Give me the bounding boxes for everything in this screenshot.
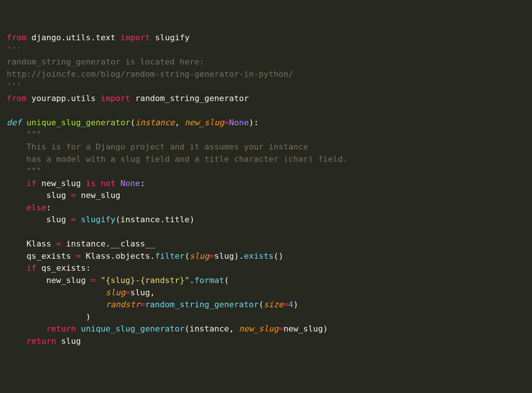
code-line: slug = slugify(instance.title) <box>7 215 194 224</box>
code-line: Klass = instance.__class__ <box>7 239 155 248</box>
code-line: ) <box>7 312 91 321</box>
docstring-quote: ''' <box>7 45 22 54</box>
code-line: def unique_slug_generator(instance, new_… <box>7 118 259 127</box>
keyword-import: import <box>121 33 150 42</box>
code-line: """ <box>7 166 41 176</box>
code-line: slug=slug, <box>7 288 160 297</box>
keyword-from: from <box>7 33 26 42</box>
code-line: if qs_exists: <box>7 263 91 273</box>
code-line: randstr=random_string_generator(size=4) <box>7 300 298 309</box>
keyword-def: def <box>7 118 22 127</box>
code-line: """ <box>7 130 41 139</box>
code-line: if new_slug is not None: <box>7 179 145 188</box>
comment-line: random_string_generator is located here: <box>7 57 204 66</box>
function-name: unique_slug_generator <box>26 118 130 127</box>
parameter: new_slug <box>185 118 224 127</box>
code-line: else: <box>7 203 51 212</box>
comment-line: http://joincfe.com/blog/random-string-ge… <box>7 69 293 79</box>
code-line: return unique_slug_generator(instance, n… <box>7 324 328 333</box>
code-line: has a model with a slug field and a titl… <box>7 154 348 164</box>
string-literal: "{slug}-{randstr}" <box>101 276 190 285</box>
identifier: slugify <box>155 33 190 42</box>
code-block: from django.utils.text import slugify ''… <box>7 32 525 347</box>
parameter: instance <box>135 118 175 127</box>
code-line: slug = new_slug <box>7 191 121 200</box>
module: django <box>31 33 61 42</box>
constant-none: None <box>229 118 249 127</box>
docstring-quote: ''' <box>7 81 22 91</box>
code-line: from django.utils.text import slugify <box>7 33 190 42</box>
code-line: qs_exists = Klass.objects.filter(slug=sl… <box>7 251 284 261</box>
identifier: random_string_generator <box>135 94 249 103</box>
code-line: return slug <box>7 336 81 346</box>
code-line: new_slug = "{slug}-{randstr}".format( <box>7 276 229 285</box>
code-line: This is for a Django project and it assu… <box>7 142 313 151</box>
code-line: from yourapp.utils import random_string_… <box>7 94 249 103</box>
